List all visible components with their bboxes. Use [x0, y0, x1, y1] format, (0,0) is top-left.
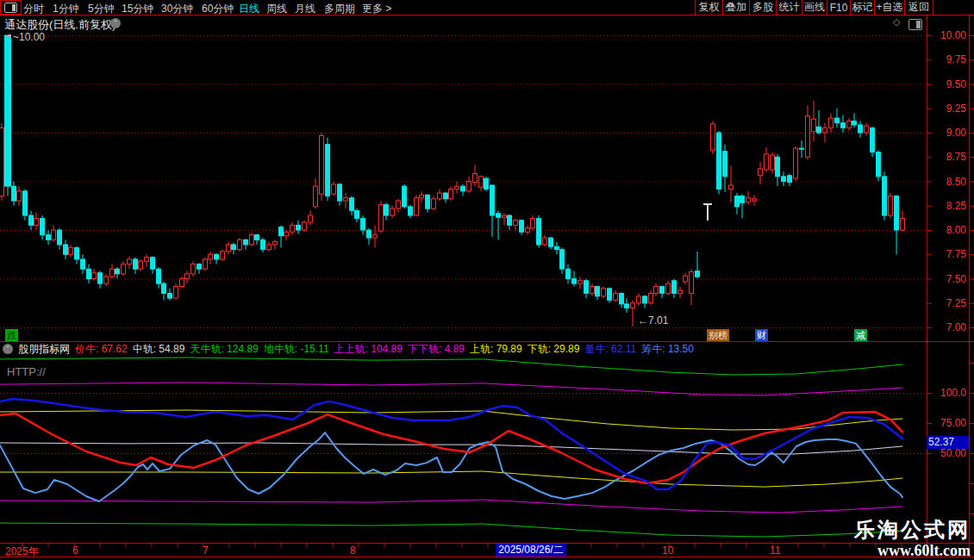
low-price-marker: ←7.01 — [638, 314, 668, 327]
date-tick-label: 10 — [662, 544, 673, 557]
indicator-values: 价牛: 67.62中轨: 54.89天牛轨: 124.89地牛轨: -15.11… — [75, 342, 699, 357]
date-tick-label: 7 — [203, 544, 209, 557]
watermark-site-name: 乐淘公式网 — [854, 516, 971, 544]
menu-period-3[interactable]: 5分钟 — [88, 2, 115, 16]
date-tick-label: 2025年 — [5, 544, 39, 559]
chart-canvas[interactable] — [0, 0, 974, 560]
cursor-value-badge: 52.37 — [927, 436, 969, 449]
price-tick-label: 8.25 — [928, 200, 966, 212]
indicator-tick-label: 100.0 — [928, 387, 966, 399]
price-tick-label: 9.75 — [928, 53, 966, 65]
indicator-field-中轨: 中轨: 54.89 — [133, 343, 185, 355]
price-tick-label: 7.50 — [928, 273, 966, 285]
indicator-url-label: HTTP:// — [7, 365, 46, 378]
app-window: 分时1分钟5分钟15分钟30分钟60分钟日线周线月线多周期更多 > 复权叠加多股… — [0, 0, 974, 560]
indicator-field-下轨: 下轨: 29.89 — [528, 343, 580, 355]
collapse-chart-icon[interactable]: ˇ — [110, 18, 121, 28]
menu-tool-1[interactable]: 复权 — [695, 0, 722, 15]
menu-period-7[interactable]: 日线 — [239, 2, 259, 16]
menu-tool-6[interactable]: F10 — [827, 0, 850, 15]
date-tick-label: 8 — [350, 544, 356, 557]
price-tick-label: 9.50 — [928, 78, 966, 90]
menu-tool-5[interactable]: 画线 — [802, 0, 827, 15]
cursor-date-badge: 2025/08/26/二 — [496, 544, 566, 557]
collapse-indicator-icon[interactable]: ˇ — [3, 344, 13, 354]
indicator-tick-label: 75.00 — [928, 417, 966, 429]
event-badge-财[interactable]: 财 — [755, 329, 768, 341]
indicator-field-地牛轨: 地牛轨: -15.11 — [264, 343, 329, 355]
price-tick-label: 8.50 — [928, 176, 966, 188]
date-axis[interactable]: 2025年6781011 2025/08/26/二 — [0, 543, 974, 557]
price-tick-label: 8.00 — [928, 224, 966, 236]
price-tick-label: 9.00 — [928, 127, 966, 139]
layout-icon[interactable] — [0, 0, 22, 15]
menu-tool-9[interactable]: 返回 — [904, 0, 933, 15]
menu-period-8[interactable]: 周线 — [266, 2, 287, 16]
indicator-header: ˇ 股朋指标网 价牛: 67.62中轨: 54.89天牛轨: 124.89地牛轨… — [3, 343, 699, 355]
menu-tool-4[interactable]: 统计 — [776, 0, 802, 15]
price-tick-label: 10.00 — [928, 29, 966, 41]
indicator-field-上轨: 上轨: 79.89 — [470, 343, 522, 355]
watermark-site-url: www.60lt.com — [854, 542, 971, 560]
menu-tool-7[interactable]: 标记 — [850, 0, 874, 15]
watermark: 乐淘公式网 www.60lt.com — [854, 516, 971, 560]
top-menu-bar: 分时1分钟5分钟15分钟30分钟60分钟日线周线月线多周期更多 > 复权叠加多股… — [0, 0, 974, 15]
indicator-field-下下轨: 下下轨: 4.89 — [408, 343, 465, 355]
menu-period-4[interactable]: 15分钟 — [122, 2, 153, 16]
menu-period-9[interactable]: 月线 — [295, 2, 315, 16]
indicator-field-价牛: 价牛: 67.62 — [75, 343, 128, 355]
price-tick-label: 8.75 — [928, 151, 966, 163]
menu-tool-2[interactable]: 叠加 — [722, 0, 749, 15]
price-tick-label: 7.75 — [928, 248, 966, 260]
date-tick-label: 6 — [72, 544, 78, 557]
indicator-field-天牛轨: 天牛轨: 124.89 — [190, 343, 258, 355]
price-tick-label: 9.25 — [928, 103, 966, 115]
date-tick-label: 11 — [770, 544, 780, 557]
menu-tool-8[interactable]: +自选 — [874, 0, 904, 15]
event-badge-跌[interactable]: 跌 — [5, 329, 18, 341]
menu-period-6[interactable]: 60分钟 — [202, 2, 234, 16]
event-badge-减[interactable]: 减 — [854, 329, 867, 341]
menu-period-11[interactable]: 更多 > — [362, 2, 391, 16]
menu-period-5[interactable]: 30分钟 — [161, 2, 193, 16]
event-badge-别榜[interactable]: 别榜 — [707, 329, 729, 341]
menu-period-1[interactable]: 分时 — [23, 2, 44, 16]
menu-period-2[interactable]: 1分钟 — [53, 2, 79, 16]
indicator-field-筹牛: 筹牛: 13.50 — [641, 343, 694, 355]
indicator-field-上上轨: 上上轨: 104.89 — [334, 343, 403, 355]
high-price-marker: ~10.00 — [13, 31, 45, 43]
indicator-name[interactable]: 股朋指标网 — [18, 342, 70, 357]
menu-period-10[interactable]: 多周期 — [324, 2, 355, 16]
price-tick-label: 7.00 — [928, 321, 966, 333]
diamond-icon[interactable]: ◇ — [893, 16, 900, 28]
indicator-field-量牛: 量牛: 62.11 — [584, 343, 636, 355]
price-tick-label: 7.25 — [928, 297, 966, 309]
indicator-tick-label: 50.00 — [928, 447, 966, 459]
menu-tool-3[interactable]: 多股 — [749, 0, 776, 15]
window-icon[interactable] — [908, 19, 922, 30]
